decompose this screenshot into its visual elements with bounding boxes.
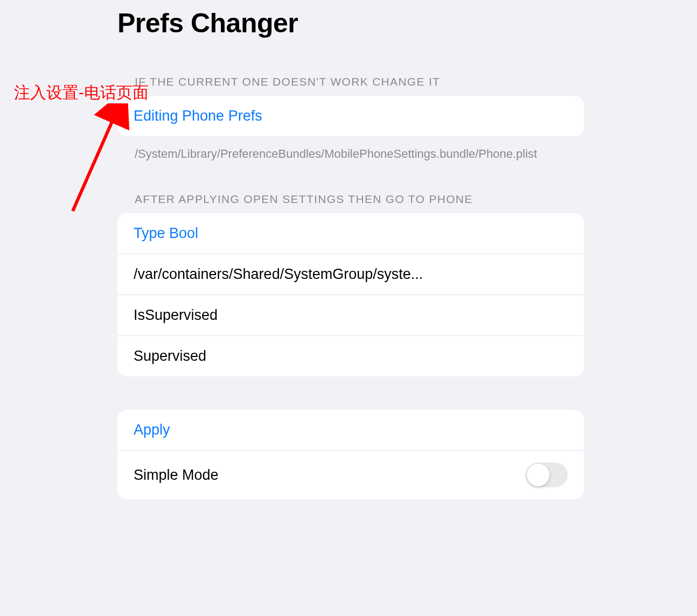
card-editing-phone-prefs: Editing Phone Prefs [117,96,584,136]
type-bool-button[interactable]: Type Bool [117,213,584,254]
card-type-settings: Type Bool /var/containers/Shared/SystemG… [117,213,584,376]
path-field[interactable]: /var/containers/Shared/SystemGroup/syste… [117,254,584,295]
is-supervised-label: IsSupervised [134,307,218,324]
editing-phone-prefs-button[interactable]: Editing Phone Prefs [117,96,584,136]
supervised-field[interactable]: Supervised [117,336,584,376]
editing-phone-prefs-label: Editing Phone Prefs [134,108,262,124]
arrow-icon [54,103,129,222]
svg-line-1 [73,117,114,211]
apply-label: Apply [134,422,170,438]
supervised-label: Supervised [134,348,206,365]
simple-mode-toggle[interactable] [526,463,568,487]
toggle-knob [527,464,549,486]
is-supervised-field[interactable]: IsSupervised [117,295,584,336]
simple-mode-row: Simple Mode [117,451,584,499]
type-bool-label: Type Bool [134,225,198,242]
annotation-text: 注入设置-电话页面 [14,82,149,104]
simple-mode-label: Simple Mode [134,467,219,484]
path-value: /var/containers/Shared/SystemGroup/syste… [134,266,423,283]
apply-button[interactable]: Apply [117,410,584,451]
card-apply: Apply Simple Mode [117,410,584,499]
page-title: Prefs Changer [0,0,697,39]
